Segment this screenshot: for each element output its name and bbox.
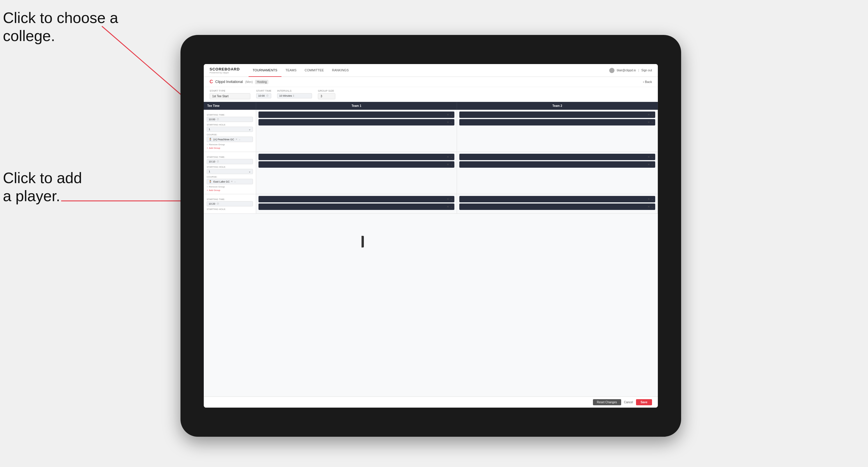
course-icon-1: 🏌 bbox=[209, 138, 212, 141]
group-left-2: STARTING TIME: 10:10 ⏱ STARTING HOLE: 1 … bbox=[204, 152, 256, 194]
start-time-input[interactable]: 10:00 ⏱ bbox=[256, 93, 271, 98]
nav-bar: SCOREBOARD Powered by clippd TOURNAMENTS… bbox=[204, 64, 658, 77]
group-row-3: STARTING TIME: 10:20 ⏱ STARTING HOLE: ✕ … bbox=[204, 194, 658, 214]
expand-icon-4[interactable]: ⌄ bbox=[651, 121, 653, 124]
col-team2: Team 2 bbox=[457, 102, 658, 110]
brand-title: SCOREBOARD bbox=[210, 67, 240, 71]
player-slot-2-2[interactable]: ✕ ⌄ bbox=[459, 119, 655, 125]
table-header: Tee Time Team 1 Team 2 bbox=[204, 102, 658, 110]
team1-group3: ✕ ⌄ ✕ ⌄ bbox=[256, 194, 457, 213]
team2-group3: ✕ ⌄ ✕ ⌄ bbox=[457, 194, 658, 213]
close-icon[interactable]: ✕ bbox=[447, 113, 449, 116]
starting-hole-1[interactable]: 1 ⌄ bbox=[207, 127, 253, 132]
cancel-button[interactable]: Cancel bbox=[624, 401, 633, 404]
group-row-2: STARTING TIME: 10:10 ⏱ STARTING HOLE: 1 … bbox=[204, 152, 658, 194]
expand-icon[interactable]: ⌄ bbox=[450, 113, 453, 116]
save-button[interactable]: Save bbox=[636, 399, 652, 405]
group-left-3: STARTING TIME: 10:20 ⏱ STARTING HOLE: bbox=[204, 194, 256, 213]
tablet-screen: SCOREBOARD Powered by clippd TOURNAMENTS… bbox=[204, 64, 658, 408]
intervals-input[interactable]: 10 Minutes ℹ bbox=[277, 93, 312, 98]
control-group-size: Group Size 3 bbox=[318, 89, 335, 99]
brand: SCOREBOARD Powered by clippd bbox=[210, 67, 240, 74]
time-icon-2: ⏱ bbox=[217, 160, 219, 163]
player-slot-4-1[interactable]: ✕ ⌄ bbox=[459, 154, 655, 160]
tournament-gender: (Men) bbox=[245, 80, 253, 84]
player-slot-1-1[interactable]: ✕ ⌄ bbox=[258, 112, 454, 118]
course-label-1: COURSE: bbox=[207, 133, 253, 136]
interval-icon: ℹ bbox=[293, 94, 294, 97]
player-slot-5-1[interactable]: ✕ ⌄ bbox=[258, 196, 454, 203]
control-start-type: Start Type 1st Tee Start bbox=[210, 89, 250, 99]
hosting-badge: Hosting bbox=[255, 80, 268, 84]
close-icon-3[interactable]: ✕ bbox=[648, 113, 650, 116]
clock-icon: ⏱ bbox=[266, 94, 269, 97]
course-expand-1[interactable]: ⌄ bbox=[239, 138, 241, 141]
course-tag-1[interactable]: 🏌 (A) Peachtree GC ✕ ⌄ bbox=[207, 136, 253, 142]
course-remove-x-1[interactable]: ✕ bbox=[236, 138, 238, 141]
group-size-label: Group Size bbox=[318, 89, 335, 92]
tournament-name: Clippd Invitational bbox=[215, 80, 243, 84]
player-slot-5-2[interactable]: ✕ ⌄ bbox=[258, 204, 454, 210]
controls-row: Start Type 1st Tee Start Start Time 10:0… bbox=[204, 87, 658, 102]
footer-bar: Reset Changes Cancel Save bbox=[204, 397, 658, 408]
add-group-1[interactable]: + Add Group bbox=[207, 147, 253, 149]
start-type-select[interactable]: 1st Tee Start bbox=[210, 93, 250, 99]
user-email: blair@clippd.io bbox=[617, 69, 636, 72]
course-label-2: COURSE: bbox=[207, 176, 253, 178]
brand-subtitle: Powered by clippd bbox=[210, 71, 240, 74]
remove-group-2[interactable]: ○ Remove Group bbox=[207, 185, 253, 188]
nav-link-committee[interactable]: COMMITTEE bbox=[301, 64, 328, 77]
nav-link-tournaments[interactable]: TOURNAMENTS bbox=[249, 64, 281, 77]
starting-hole-label-3: STARTING HOLE: bbox=[207, 208, 253, 211]
starting-time-2[interactable]: 10:10 ⏱ bbox=[207, 159, 253, 164]
col-team1: Team 1 bbox=[256, 102, 457, 110]
nav-link-rankings[interactable]: RANKINGS bbox=[328, 64, 353, 77]
time-icon-3: ⏱ bbox=[217, 203, 219, 205]
start-type-label: Start Type bbox=[210, 89, 250, 92]
clippd-icon: C bbox=[210, 79, 213, 85]
tournament-title: C Clippd Invitational (Men) Hosting bbox=[210, 79, 268, 85]
expand-icon-3[interactable]: ⌄ bbox=[651, 113, 653, 116]
player-slot-6-2[interactable]: ✕ ⌄ bbox=[459, 204, 655, 210]
side-button bbox=[362, 236, 364, 247]
control-start-time: Start Time 10:00 ⏱ bbox=[256, 89, 271, 99]
course-tag-2[interactable]: 🏌 East Lake GC ✕ ⌄ bbox=[207, 179, 253, 184]
sub-header: C Clippd Invitational (Men) Hosting ‹ Ba… bbox=[204, 77, 658, 87]
close-icon-2[interactable]: ✕ bbox=[447, 121, 449, 124]
nav-link-teams[interactable]: TEAMS bbox=[281, 64, 301, 77]
course-remove-x-2[interactable]: ✕ bbox=[231, 180, 233, 183]
team1-group1: ✕ ⌄ ✕ ⌄ bbox=[256, 110, 457, 152]
time-icon-1: ⏱ bbox=[217, 118, 219, 121]
annotation-choose-college: Click to choose a college. bbox=[3, 9, 118, 45]
intervals-label: Intervals bbox=[277, 89, 312, 92]
player-slot-2-1[interactable]: ✕ ⌄ bbox=[459, 112, 655, 118]
close-icon-4[interactable]: ✕ bbox=[648, 121, 650, 124]
back-button[interactable]: ‹ Back bbox=[643, 80, 652, 84]
main-content: Tee Time Team 1 Team 2 STARTING TIME: 10… bbox=[204, 102, 658, 397]
player-slot-1-2[interactable]: ✕ ⌄ bbox=[258, 119, 454, 125]
expand-icon-2[interactable]: ⌄ bbox=[450, 121, 453, 124]
remove-group-1[interactable]: ○ Remove Group bbox=[207, 143, 253, 146]
add-group-2[interactable]: + Add Group bbox=[207, 189, 253, 192]
group-row-1: STARTING TIME: 10:00 ⏱ STARTING HOLE: 1 … bbox=[204, 110, 658, 152]
starting-hole-label-1: STARTING HOLE: bbox=[207, 123, 253, 126]
player-slot-4-2[interactable]: ✕ ⌄ bbox=[459, 161, 655, 168]
starting-hole-label-2: STARTING HOLE: bbox=[207, 166, 253, 168]
course-expand-2[interactable]: ⌄ bbox=[234, 180, 236, 183]
starting-hole-2[interactable]: 1 ⌄ bbox=[207, 169, 253, 174]
player-slot-3-2[interactable]: ✕ ⌄ bbox=[258, 161, 454, 168]
team2-group2: ✕ ⌄ ✕ ⌄ bbox=[457, 152, 658, 194]
starting-time-1[interactable]: 10:00 ⏱ bbox=[207, 117, 253, 122]
team2-group1: ✕ ⌄ ✕ ⌄ bbox=[457, 110, 658, 152]
group-size-select[interactable]: 3 bbox=[318, 93, 335, 99]
starting-time-label-2: STARTING TIME: bbox=[207, 156, 253, 158]
player-slot-3-1[interactable]: ✕ ⌄ bbox=[258, 154, 454, 160]
sign-out-link[interactable]: Sign out bbox=[641, 69, 652, 72]
start-time-label: Start Time bbox=[256, 89, 271, 92]
reset-button[interactable]: Reset Changes bbox=[593, 399, 621, 405]
starting-time-label-1: STARTING TIME: bbox=[207, 114, 253, 116]
course-icon-2: 🏌 bbox=[209, 180, 212, 183]
player-slot-6-1[interactable]: ✕ ⌄ bbox=[459, 196, 655, 203]
starting-time-3[interactable]: 10:20 ⏱ bbox=[207, 201, 253, 207]
nav-links: TOURNAMENTS TEAMS COMMITTEE RANKINGS bbox=[249, 64, 609, 77]
